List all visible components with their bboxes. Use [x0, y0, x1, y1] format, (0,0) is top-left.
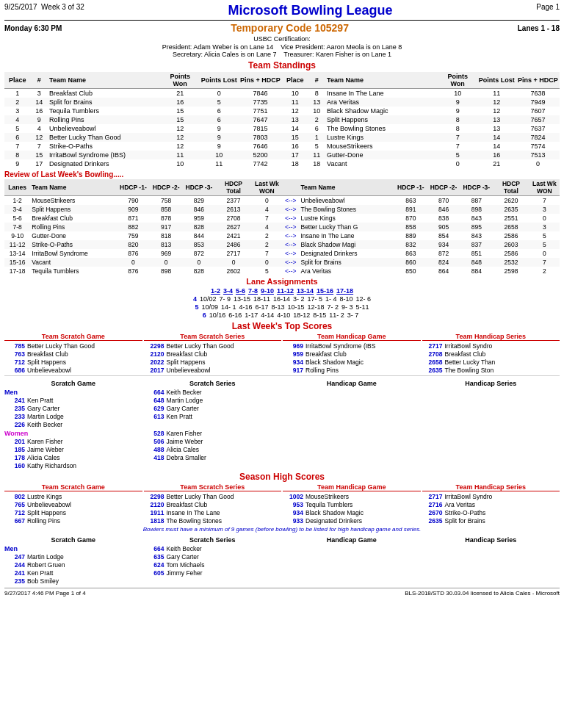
season-handicap-game-title: Team Handicap Game [283, 483, 421, 491]
num-left: 9 [30, 115, 48, 124]
review-h1-left: 882 [117, 223, 150, 231]
place-left: 9 [4, 159, 30, 168]
place-right: 10 [282, 89, 308, 98]
score-entry: 802Lustre Kings [4, 492, 142, 500]
score-entry: 648Martin Lodge [144, 396, 282, 404]
score-num: 247 [4, 553, 25, 561]
score-name: Lustre Kings [27, 493, 62, 500]
name-right: Ara Veritas [325, 98, 438, 107]
score-name: Jaime Weber [27, 446, 64, 453]
score-name: Keith Becker [167, 389, 202, 396]
review-total-left: 2717 [215, 249, 251, 258]
review-h3-right: 895 [460, 223, 493, 231]
score-entry: 763Breakfast Club [4, 350, 142, 358]
lane-row: 410/027- 913-1518-1116-143- 217- 51- 48-… [4, 295, 560, 303]
score-entry: 2298Better Lucky Than Good [144, 342, 282, 350]
score-name: Kathy Richardson [27, 462, 76, 469]
review-name-left: Breakfast Club [30, 214, 117, 223]
lost-left: 10 [200, 151, 239, 159]
num-left: 15 [30, 151, 48, 159]
score-num: 667 [4, 517, 25, 525]
score-entry: 629Gary Carter [144, 404, 282, 412]
score-num: 2717 [422, 493, 443, 500]
name-left: Tequila Tumblers [48, 107, 161, 115]
arrow: <--> [282, 223, 300, 231]
review-total-left: 2377 [215, 196, 251, 206]
review-h2-left: 878 [150, 214, 183, 223]
score-entry: 2658Better Lucky Than [422, 358, 560, 366]
footer-right: BLS-2018/STD 30.03.04 licensed to Alicia… [405, 590, 560, 597]
score-name: Ara Veritas [445, 501, 476, 508]
review-h3-right: 843 [460, 214, 493, 223]
review-lanes: 5-6 [4, 214, 30, 223]
review-total-left: 2421 [215, 231, 251, 240]
score-name: Split Happens [27, 509, 66, 516]
place-left: 4 [4, 115, 30, 124]
score-entry: 712Split Happens [4, 358, 142, 366]
score-name: Breakfast Club [306, 350, 347, 358]
season-handicap-series-title: Team Handicap Series [422, 483, 560, 491]
score-num: 178 [4, 454, 25, 461]
review-h3-right: 837 [460, 240, 493, 249]
score-name: Black Shadow Magic [306, 358, 364, 366]
review-won-left: 0 [252, 258, 282, 267]
individual-scores-grid: Scratch Game Men 241Ken Pratt235Gary Car… [4, 378, 560, 428]
pins-right: 0 [516, 159, 560, 168]
name-left: IrritaBowl Syndrome (IBS) [48, 151, 161, 159]
score-name: Breakfast Club [445, 350, 486, 358]
name-right: The Bowling Stones [325, 124, 438, 133]
pins-right: 7824 [516, 133, 560, 142]
review-total-right: 2586 [493, 249, 529, 258]
won-left: 12 [161, 142, 200, 151]
arrow: <--> [282, 249, 300, 258]
score-name: Alicia Cales [167, 446, 199, 453]
review-h1-right: 858 [394, 223, 427, 231]
name-right: Vacant [325, 159, 438, 168]
score-entry: 241Ken Pratt [4, 396, 142, 404]
review-h2-right: 824 [427, 258, 460, 267]
review-won-right: 5 [529, 231, 560, 240]
score-entry: 959Breakfast Club [283, 350, 421, 358]
review-h3-right: 887 [460, 196, 493, 206]
num-right: 5 [308, 142, 325, 151]
pins-right: 7638 [516, 89, 560, 98]
name-right: MouseStrikeers [325, 142, 438, 151]
score-name: Better Lucky Than Good [167, 493, 234, 500]
score-entry: 934Black Shadow Magic [283, 358, 421, 366]
review-title: Review of Last Week's Bowling..... [4, 170, 560, 179]
score-entry: 488Alicia Cales [144, 445, 282, 453]
score-name: Better Lucky Than Good [167, 342, 234, 350]
review-won-right: 5 [529, 240, 560, 249]
won-left: 15 [161, 115, 200, 124]
name-left: Better Lucky Than Good [48, 133, 161, 142]
review-lanes: 1-2 [4, 196, 30, 206]
review-name-left: MouseStrikeers [30, 196, 117, 206]
score-name: Breakfast Club [167, 501, 208, 508]
score-name: Rolling Pins [306, 367, 339, 374]
scratch-game-sub-title: Scratch Game [4, 380, 142, 387]
score-num: 802 [4, 493, 25, 500]
num-left: 3 [30, 89, 48, 98]
review-h2-left: 818 [150, 231, 183, 240]
score-num: 2298 [144, 342, 164, 350]
review-total-right: 2586 [493, 231, 529, 240]
lost-right: 21 [477, 159, 516, 168]
women-label: Women [4, 430, 28, 437]
place-left: 6 [4, 133, 30, 142]
score-entry: 667Rolling Pins [4, 516, 142, 525]
name-right: Gutter-Done [325, 151, 438, 159]
arrow: <--> [282, 214, 300, 223]
review-h3-left: 828 [183, 223, 216, 231]
temp-code: Temporary Code 105297 [62, 22, 517, 34]
review-won-right: 3 [529, 223, 560, 231]
review-won-right: 3 [529, 205, 560, 214]
pins-left: 7646 [239, 142, 282, 151]
num-left: 14 [30, 98, 48, 107]
review-h2-right: 838 [427, 214, 460, 223]
score-name: MouseStrikeers [306, 493, 349, 500]
score-num: 648 [144, 397, 164, 404]
score-name: Keith Becker [27, 421, 62, 428]
won-left: 12 [161, 124, 200, 133]
score-entry: 664Keith Becker [144, 544, 282, 552]
name-left: Designated Drinkers [48, 159, 161, 168]
